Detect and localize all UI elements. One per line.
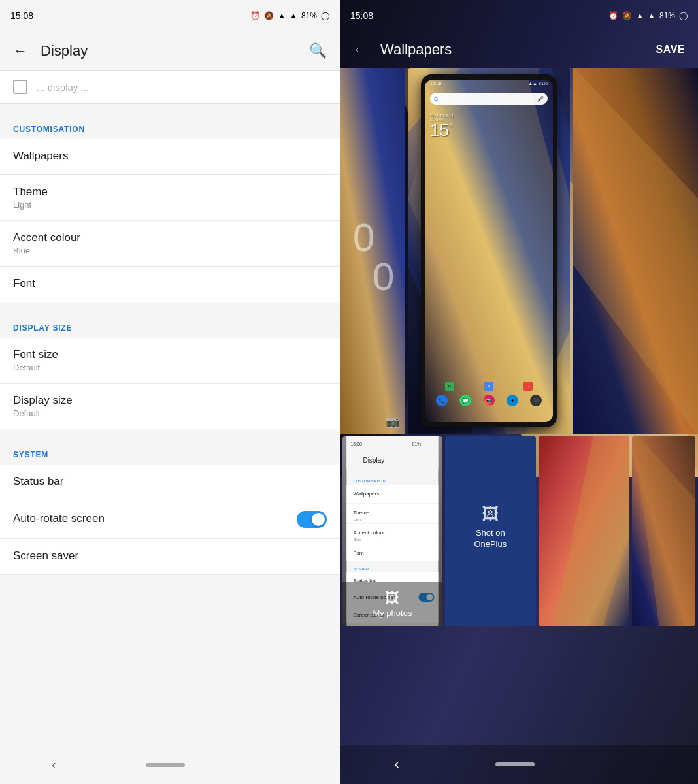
bottom-nav-right: ‹ (340, 745, 698, 784)
theme-title: Theme (13, 186, 327, 199)
wallpapers-title: Wallpapers (13, 150, 327, 163)
svg-text:Accent colour: Accent colour (353, 530, 385, 536)
status-icons-left: ⏰ 🔕 ▲ ▲ 81% ◯ (250, 11, 329, 20)
spacer-1 (0, 104, 340, 112)
phone-dock-whatsapp: 💬 (459, 395, 471, 406)
gmail-icon: G (524, 382, 533, 391)
signal-icon-right: ▲ (648, 11, 656, 20)
phone-dock-instagram: 📷 (483, 395, 495, 406)
section-header-system: SYSTEM (0, 437, 340, 465)
page-title: Display (41, 42, 88, 59)
shot-on-icon: 🖼 (474, 504, 507, 524)
alarm-icon-right: ⏰ (608, 11, 618, 20)
settings-item-wallpapers[interactable]: Wallpapers (0, 139, 340, 175)
status-bar-right: 15:08 ⏰ 🔕 ▲ ▲ 81% ◯ (340, 0, 698, 31)
wallpaper-left-partial[interactable]: 0 0 📷 (340, 68, 405, 434)
display-size-subtitle: Default (13, 408, 327, 418)
settings-content: ... display ... CUSTOMISATION Wallpapers… (0, 71, 340, 745)
wallpaper-center-preview[interactable]: 15:08 ▲▲ 81% G 🎤 THU, FEB 14 (408, 68, 570, 434)
svg-text:0: 0 (373, 255, 394, 299)
svg-rect-19 (346, 451, 438, 469)
auto-rotate-toggle[interactable] (297, 511, 327, 528)
right-panel: 15:08 ⏰ 🔕 ▲ ▲ 81% ◯ ← Wallpapers SAVE (340, 0, 698, 784)
mic-icon: 🎤 (537, 96, 544, 102)
battery-circle-icon: ◯ (321, 11, 329, 20)
alarm-icon: ⏰ (250, 11, 260, 20)
phone-temp: 15° (430, 122, 548, 139)
truncated-item[interactable]: ... display ... (0, 71, 340, 104)
settings-item-font-size[interactable]: Font size Default (0, 338, 340, 384)
status-bar-left: 15:08 ⏰ 🔕 ▲ ▲ 81% ◯ (0, 0, 340, 31)
settings-item-accent[interactable]: Accent colour Blue (0, 221, 340, 267)
settings-item-theme[interactable]: Theme Light (0, 175, 340, 221)
back-button[interactable]: ← (13, 42, 27, 59)
truncated-label: ... display ... (37, 82, 89, 93)
signal-icon: ▲ (290, 11, 297, 20)
home-bar-left[interactable] (146, 763, 185, 767)
auto-rotate-row[interactable]: Auto-rotate screen (0, 500, 340, 539)
phone-dock-call: 📞 (436, 395, 448, 406)
status-bar-title: Status bar (13, 475, 327, 488)
battery-left: 81% (301, 11, 317, 20)
thumb-abstract-2[interactable] (632, 436, 695, 626)
svg-text:Theme: Theme (353, 510, 369, 515)
svg-text:0: 0 (353, 216, 374, 259)
thumb-my-photos[interactable]: 15:08 81% Display CUSTOMISATION Wallpape… (342, 436, 442, 626)
thumb-abstract-1[interactable] (539, 436, 629, 626)
nav-back-button-right[interactable]: ‹ (381, 749, 412, 779)
wallpaper-top-bar: ← Wallpapers SAVE (340, 31, 698, 68)
g-logo: G (434, 96, 438, 102)
svg-text:Display: Display (363, 457, 384, 464)
wallpaper-top-left: ← Wallpapers (353, 41, 452, 58)
svg-text:15:08: 15:08 (350, 442, 362, 446)
display-size-title: Display size (13, 394, 327, 407)
maps-icon: M (484, 382, 493, 391)
screen-saver-title: Screen saver (13, 549, 327, 563)
phone-dock-camera: ⚫ (530, 395, 542, 406)
wifi-icon-right: ▲ (636, 11, 644, 20)
theme-subtitle: Light (13, 200, 327, 210)
font-size-title: Font size (13, 348, 327, 361)
wallpaper-title: Wallpapers (380, 41, 452, 58)
shot-on-label: Shot on OnePlus (474, 528, 507, 550)
spacer-3 (0, 429, 340, 437)
my-photos-label: My photos (350, 608, 435, 618)
svg-text:Font: Font (353, 550, 364, 556)
settings-item-status-bar[interactable]: Status bar (0, 465, 340, 500)
accent-subtitle: Blue (13, 246, 327, 255)
thumb-shot-on-oneplus[interactable]: 🖼 Shot on OnePlus (445, 436, 536, 626)
wallpaper-grid: 0 0 📷 (340, 68, 698, 745)
settings-item-font[interactable]: Font (0, 267, 340, 302)
phone-condition: SUNNY (430, 118, 548, 122)
nav-back-button-left[interactable]: ‹ (39, 751, 69, 779)
top-bar-left-group: ← Display (13, 42, 88, 59)
section-header-customisation: CUSTOMISATION (0, 112, 340, 139)
save-button[interactable]: SAVE (656, 44, 685, 56)
battery-ring-icon: ◯ (679, 11, 688, 20)
bottom-nav-left: ‹ (0, 745, 340, 784)
time-right: 15:08 (350, 10, 373, 21)
left-panel: 15:08 ⏰ 🔕 ▲ ▲ 81% ◯ ← Display 🔍 ... disp… (0, 0, 340, 784)
svg-text:Light: Light (353, 517, 361, 521)
wallpaper-bottom-row: 15:08 81% Display CUSTOMISATION Wallpape… (340, 434, 698, 629)
status-icons-right: ⏰ 🔕 ▲ ▲ 81% ◯ (608, 11, 688, 20)
svg-text:Wallpapers: Wallpapers (353, 491, 379, 497)
font-size-subtitle: Default (13, 363, 327, 372)
wallpaper-right-partial[interactable] (573, 68, 698, 434)
camera-icon: 📷 (386, 414, 400, 429)
wallpaper-back-button[interactable]: ← (353, 41, 367, 58)
search-button[interactable]: 🔍 (309, 42, 327, 59)
notifications-icon: 🔕 (264, 11, 274, 20)
settings-item-screen-saver[interactable]: Screen saver (0, 539, 340, 575)
phone-icons: ▲▲ 81% (528, 81, 548, 89)
accent-title: Accent colour (13, 231, 327, 244)
notif-icon-right: 🔕 (622, 11, 632, 20)
wallpaper-top-row: 0 0 📷 (340, 68, 698, 434)
svg-text:SYSTEM: SYSTEM (353, 567, 369, 571)
svg-text:Blue: Blue (353, 538, 361, 542)
settings-item-display-size[interactable]: Display size Default (0, 384, 340, 429)
wifi-icon: ▲ (278, 11, 286, 20)
my-photos-icon: 🖼 (350, 590, 435, 607)
home-bar-right[interactable] (495, 762, 535, 766)
font-title: Font (13, 277, 327, 290)
